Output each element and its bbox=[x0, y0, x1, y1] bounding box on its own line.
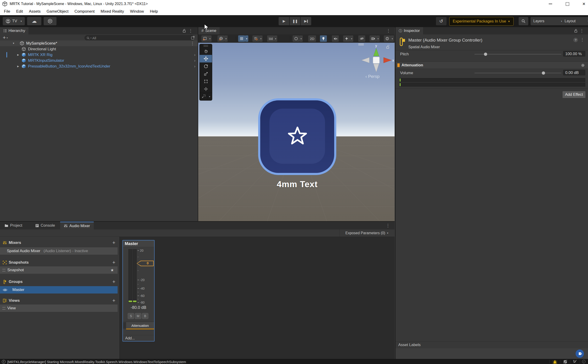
mute-button[interactable]: M bbox=[135, 313, 141, 319]
inspector-menu-icon[interactable]: ⋮ bbox=[580, 29, 584, 33]
draw-mode-button[interactable] bbox=[293, 35, 300, 42]
hierarchy-item-pressable-button[interactable]: ▶ PressableButton_32x32mm_IconAndTextUnd… bbox=[0, 63, 198, 69]
snapshot-row[interactable]: Snapshot ★ bbox=[0, 266, 118, 274]
pitch-slider[interactable] bbox=[475, 51, 561, 58]
solo-button[interactable]: S bbox=[128, 313, 134, 319]
view-row[interactable]: View bbox=[0, 305, 118, 312]
create-add-button[interactable]: + bbox=[3, 35, 6, 40]
snap-increment-button[interactable] bbox=[267, 35, 274, 42]
handle-orientation-button[interactable] bbox=[217, 35, 224, 42]
hand-tool-button[interactable] bbox=[200, 47, 212, 55]
tab-hierarchy[interactable]: Hierarchy bbox=[0, 27, 28, 34]
scene-visibility-button[interactable] bbox=[358, 35, 365, 42]
create-dropdown-icon[interactable]: ▾ bbox=[7, 37, 8, 39]
bottom-panel-menu-icon[interactable]: ⋮ bbox=[386, 223, 390, 228]
add-effect-slot-button[interactable]: Add... bbox=[125, 336, 135, 340]
group-row-master[interactable]: Master bbox=[0, 286, 118, 293]
draw-mode-dropdown[interactable]: ▾ bbox=[300, 35, 303, 42]
volume-slider[interactable] bbox=[475, 69, 561, 77]
asset-labels-header[interactable]: Asset Labels bbox=[396, 341, 588, 349]
menu-gameobject[interactable]: GameObject bbox=[44, 8, 72, 15]
scene-viewport[interactable]: 4mm Text ▾ y x bbox=[198, 43, 395, 221]
add-effect-button[interactable]: Add Effect bbox=[562, 91, 586, 98]
pause-button[interactable]: ❚❚ bbox=[290, 17, 300, 25]
close-button[interactable]: ✕ bbox=[577, 0, 588, 8]
overlay-drag-handle[interactable] bbox=[200, 44, 212, 47]
audio-toggle-button[interactable] bbox=[332, 35, 339, 42]
menu-help[interactable]: Help bbox=[147, 8, 161, 15]
hierarchy-search-input[interactable]: ▾ All bbox=[85, 35, 194, 41]
effects-dropdown[interactable]: ▾ bbox=[350, 35, 353, 42]
tab-audio-mixer[interactable]: Audio Mixer bbox=[60, 222, 94, 229]
prefab-open-chevron-icon[interactable]: › bbox=[194, 64, 196, 69]
gizmo-x-axis-cone[interactable] bbox=[384, 57, 391, 63]
rotate-tool-button[interactable] bbox=[200, 62, 212, 70]
cloud-button[interactable]: ☁ bbox=[27, 17, 41, 25]
mixer-row-spatial-audio[interactable]: Spatial Audio Mixer (Audio Listener) - I… bbox=[0, 247, 118, 255]
progress-idle-icon[interactable]: ✓ bbox=[582, 360, 586, 363]
eye-visibility-icon[interactable] bbox=[3, 288, 7, 292]
custom-tool-button[interactable] bbox=[200, 93, 207, 100]
play-button[interactable]: ▶ bbox=[279, 17, 289, 25]
menu-mixed-reality[interactable]: Mixed Reality bbox=[98, 8, 127, 15]
pitch-value-field[interactable]: 100.00 % bbox=[563, 51, 585, 57]
account-button[interactable]: TV ▾ bbox=[3, 17, 25, 25]
menu-component[interactable]: Component bbox=[72, 8, 98, 15]
help-icon[interactable]: ? bbox=[573, 38, 578, 42]
snap-increment-dropdown[interactable]: ▾ bbox=[274, 35, 277, 42]
attenuation-effect-slot[interactable]: Attenuation bbox=[126, 322, 154, 329]
hierarchy-item-mrtk-input-simulator[interactable]: MRTKInputSimulator › bbox=[0, 58, 198, 63]
scene-root-row[interactable]: ▼ MySampleScene* ⋮ bbox=[0, 40, 198, 46]
menu-edit[interactable]: Edit bbox=[13, 8, 26, 15]
grid-visibility-button[interactable] bbox=[238, 35, 245, 42]
exposed-parameters-button[interactable]: Exposed Parameters (0) ▾ bbox=[339, 229, 394, 237]
menu-assets[interactable]: Assets bbox=[26, 8, 44, 15]
add-view-button[interactable]: + bbox=[112, 298, 115, 303]
scene-row-menu-icon[interactable]: ⋮ bbox=[190, 41, 195, 46]
effects-toggle-button[interactable] bbox=[343, 35, 350, 42]
layers-dropdown[interactable]: Layers ▾ bbox=[531, 17, 565, 25]
lock-icon[interactable] bbox=[574, 29, 577, 32]
step-button[interactable]: ▶ bbox=[301, 17, 311, 25]
custom-tool-dropdown[interactable]: ▾ bbox=[207, 93, 212, 100]
auto-refresh-disabled-icon[interactable]: ↻ bbox=[573, 359, 576, 364]
lock-icon[interactable] bbox=[183, 29, 186, 32]
hierarchy-menu-icon[interactable]: ⋮ bbox=[189, 29, 193, 33]
experimental-packages-button[interactable]: Experimental Packages In Use ▼ bbox=[449, 17, 514, 26]
gizmo-y-axis-cone[interactable] bbox=[373, 48, 379, 56]
bypass-button[interactable]: B bbox=[142, 313, 148, 319]
scale-tool-button[interactable] bbox=[200, 70, 212, 78]
add-snapshot-button[interactable]: + bbox=[112, 260, 115, 265]
plastic-scm-button[interactable] bbox=[44, 17, 57, 25]
foldout-open-icon[interactable]: ▼ bbox=[13, 42, 15, 45]
menu-window[interactable]: Window bbox=[127, 8, 147, 15]
gear-icon[interactable] bbox=[581, 63, 585, 67]
hierarchy-item-directional-light[interactable]: Directional Light bbox=[0, 46, 198, 52]
scene-menu-icon[interactable]: ⋮ bbox=[386, 29, 391, 33]
minimize-button[interactable] bbox=[543, 0, 557, 8]
search-button[interactable] bbox=[519, 17, 528, 25]
cache-server-disabled-icon[interactable] bbox=[563, 360, 567, 364]
add-mixer-button[interactable]: + bbox=[112, 240, 115, 245]
add-group-button[interactable]: + bbox=[112, 279, 115, 284]
rect-tool-button[interactable] bbox=[200, 78, 212, 85]
gizmos-button[interactable] bbox=[384, 35, 391, 42]
tab-console[interactable]: Console bbox=[32, 222, 59, 229]
grid-visibility-dropdown[interactable]: ▾ bbox=[245, 35, 248, 42]
gizmo-neg-x-cone[interactable] bbox=[361, 57, 369, 63]
prefab-open-chevron-icon[interactable]: › bbox=[194, 58, 196, 63]
open-search-window-icon[interactable] bbox=[191, 36, 195, 39]
volume-value-field[interactable]: 0.00 dB bbox=[563, 70, 585, 75]
menu-file[interactable]: File bbox=[1, 8, 13, 15]
debugger-bug-icon[interactable] bbox=[553, 360, 557, 364]
status-bar[interactable]: ! [MRTKLifecycleManager] Starting Micros… bbox=[0, 359, 588, 364]
maximize-button[interactable] bbox=[561, 0, 574, 8]
master-channel-strip[interactable]: Master 20 -20 -40 -60 -80 0 bbox=[122, 240, 155, 342]
camera-settings-dropdown[interactable]: ▾ bbox=[376, 35, 380, 42]
pitch-slider-knob[interactable] bbox=[484, 52, 487, 56]
2d-toggle-button[interactable]: 2D bbox=[308, 35, 316, 42]
tool-settings-dropdown[interactable]: ▾ bbox=[208, 35, 212, 42]
component-menu-icon[interactable]: ⋮ bbox=[580, 38, 584, 42]
gizmo-center-cube[interactable] bbox=[373, 57, 379, 63]
gizmos-dropdown[interactable]: ▾ bbox=[391, 35, 394, 42]
